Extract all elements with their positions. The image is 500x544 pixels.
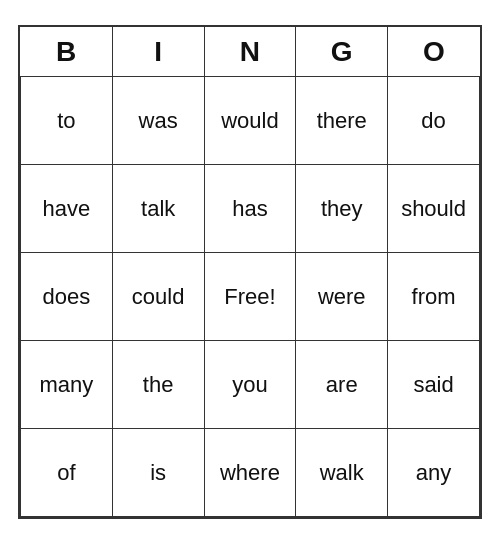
cell-4-1: is [112,429,204,517]
bingo-table: B I N G O towaswouldtheredohavetalkhasth… [20,27,480,518]
cell-1-1: talk [112,165,204,253]
cell-0-3: there [296,77,388,165]
cell-0-0: to [21,77,113,165]
cell-4-2: where [204,429,296,517]
table-row: manytheyouaresaid [21,341,480,429]
table-row: towaswouldtheredo [21,77,480,165]
header-b: B [21,27,113,77]
cell-3-4: said [388,341,480,429]
cell-1-4: should [388,165,480,253]
bingo-card: B I N G O towaswouldtheredohavetalkhasth… [18,25,482,520]
cell-3-2: you [204,341,296,429]
cell-4-3: walk [296,429,388,517]
cell-0-4: do [388,77,480,165]
cell-1-2: has [204,165,296,253]
cell-2-0: does [21,253,113,341]
table-row: havetalkhastheyshould [21,165,480,253]
header-i: I [112,27,204,77]
cell-4-0: of [21,429,113,517]
cell-2-1: could [112,253,204,341]
cell-0-2: would [204,77,296,165]
header-row: B I N G O [21,27,480,77]
cell-2-4: from [388,253,480,341]
cell-2-2: Free! [204,253,296,341]
table-row: doescouldFree!werefrom [21,253,480,341]
cell-3-3: are [296,341,388,429]
cell-4-4: any [388,429,480,517]
header-n: N [204,27,296,77]
cell-0-1: was [112,77,204,165]
cell-1-0: have [21,165,113,253]
header-o: O [388,27,480,77]
cell-2-3: were [296,253,388,341]
header-g: G [296,27,388,77]
table-row: ofiswherewalkany [21,429,480,517]
cell-1-3: they [296,165,388,253]
cell-3-0: many [21,341,113,429]
cell-3-1: the [112,341,204,429]
bingo-body: towaswouldtheredohavetalkhastheyshoulddo… [21,77,480,517]
